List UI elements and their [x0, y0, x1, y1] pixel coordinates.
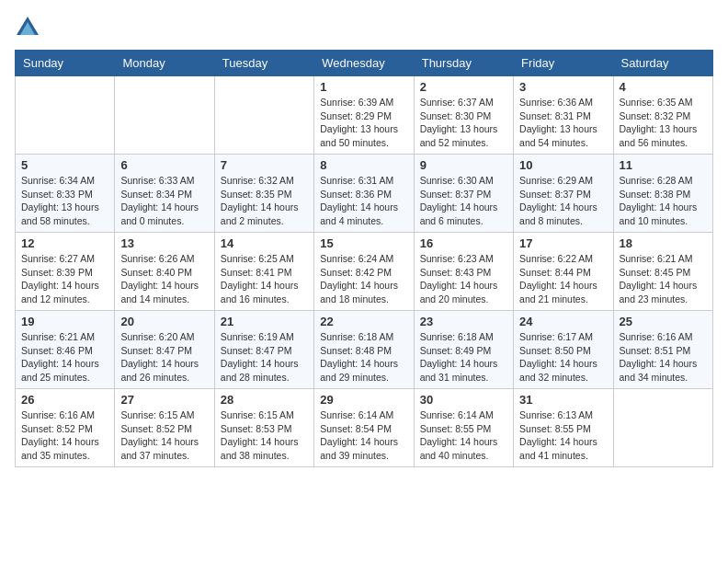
day-number: 13 — [120, 236, 208, 250]
day-number: 19 — [21, 315, 108, 328]
calendar-cell: 24Sunrise: 6:17 AMSunset: 8:50 PMDayligh… — [514, 311, 613, 389]
calendar-cell: 21Sunrise: 6:19 AMSunset: 8:47 PMDayligh… — [214, 311, 313, 389]
day-number: 24 — [519, 315, 607, 328]
day-number: 25 — [620, 315, 707, 328]
day-number: 11 — [620, 158, 707, 172]
calendar-cell: 28Sunrise: 6:15 AMSunset: 8:53 PMDayligh… — [214, 389, 313, 467]
calendar-cell — [613, 389, 712, 467]
day-info: Sunrise: 6:16 AMSunset: 8:51 PMDaylight:… — [620, 330, 707, 385]
calendar-cell: 10Sunrise: 6:29 AMSunset: 8:37 PMDayligh… — [514, 155, 613, 233]
day-number: 16 — [420, 236, 507, 250]
day-info: Sunrise: 6:25 AMSunset: 8:41 PMDaylight:… — [221, 252, 308, 306]
day-info: Sunrise: 6:18 AMSunset: 8:48 PMDaylight:… — [320, 330, 407, 385]
column-header-wednesday: Wednesday — [314, 51, 414, 76]
day-info: Sunrise: 6:36 AMSunset: 8:31 PMDaylight:… — [519, 96, 607, 150]
column-header-saturday: Saturday — [613, 51, 712, 76]
day-number: 18 — [620, 236, 707, 250]
day-info: Sunrise: 6:19 AMSunset: 8:47 PMDaylight:… — [221, 330, 308, 385]
day-info: Sunrise: 6:16 AMSunset: 8:52 PMDaylight:… — [21, 408, 108, 463]
day-number: 7 — [221, 158, 308, 172]
calendar-week-4: 19Sunrise: 6:21 AMSunset: 8:46 PMDayligh… — [16, 311, 713, 389]
day-number: 10 — [519, 158, 607, 172]
day-info: Sunrise: 6:20 AMSunset: 8:47 PMDaylight:… — [120, 330, 208, 385]
column-header-thursday: Thursday — [414, 51, 513, 76]
day-number: 26 — [21, 393, 108, 407]
day-number: 22 — [320, 315, 407, 328]
calendar-cell: 19Sunrise: 6:21 AMSunset: 8:46 PMDayligh… — [16, 311, 115, 389]
calendar-cell: 22Sunrise: 6:18 AMSunset: 8:48 PMDayligh… — [314, 311, 414, 389]
day-info: Sunrise: 6:37 AMSunset: 8:30 PMDaylight:… — [420, 96, 507, 150]
column-header-sunday: Sunday — [16, 51, 115, 76]
day-number: 4 — [620, 80, 707, 94]
column-header-friday: Friday — [514, 51, 613, 76]
day-number: 14 — [221, 236, 308, 250]
day-info: Sunrise: 6:34 AMSunset: 8:33 PMDaylight:… — [21, 174, 108, 228]
day-number: 23 — [420, 315, 507, 328]
calendar-cell: 5Sunrise: 6:34 AMSunset: 8:33 PMDaylight… — [16, 155, 115, 233]
day-number: 31 — [519, 393, 607, 407]
day-number: 1 — [320, 80, 407, 94]
calendar-cell: 12Sunrise: 6:27 AMSunset: 8:39 PMDayligh… — [16, 233, 115, 311]
calendar-header-row: SundayMondayTuesdayWednesdayThursdayFrid… — [16, 51, 713, 76]
calendar-cell: 2Sunrise: 6:37 AMSunset: 8:30 PMDaylight… — [414, 76, 513, 155]
day-info: Sunrise: 6:15 AMSunset: 8:52 PMDaylight:… — [120, 408, 208, 463]
calendar-cell: 6Sunrise: 6:33 AMSunset: 8:34 PMDaylight… — [115, 155, 214, 233]
day-info: Sunrise: 6:18 AMSunset: 8:49 PMDaylight:… — [420, 330, 507, 385]
logo-icon — [15, 15, 40, 40]
calendar-week-3: 12Sunrise: 6:27 AMSunset: 8:39 PMDayligh… — [16, 233, 713, 311]
day-info: Sunrise: 6:32 AMSunset: 8:35 PMDaylight:… — [221, 174, 308, 228]
day-info: Sunrise: 6:13 AMSunset: 8:55 PMDaylight:… — [519, 408, 607, 463]
calendar-cell: 4Sunrise: 6:35 AMSunset: 8:32 PMDaylight… — [613, 76, 712, 155]
day-number: 15 — [320, 236, 407, 250]
calendar-cell: 9Sunrise: 6:30 AMSunset: 8:37 PMDaylight… — [414, 155, 513, 233]
day-number: 12 — [21, 236, 108, 250]
day-info: Sunrise: 6:15 AMSunset: 8:53 PMDaylight:… — [221, 408, 308, 463]
day-info: Sunrise: 6:29 AMSunset: 8:37 PMDaylight:… — [519, 174, 607, 228]
calendar-cell: 13Sunrise: 6:26 AMSunset: 8:40 PMDayligh… — [115, 233, 214, 311]
day-number: 20 — [120, 315, 208, 328]
day-info: Sunrise: 6:21 AMSunset: 8:46 PMDaylight:… — [21, 330, 108, 385]
calendar-cell — [115, 76, 214, 155]
day-info: Sunrise: 6:27 AMSunset: 8:39 PMDaylight:… — [21, 252, 108, 306]
calendar-cell: 3Sunrise: 6:36 AMSunset: 8:31 PMDaylight… — [514, 76, 613, 155]
day-info: Sunrise: 6:28 AMSunset: 8:38 PMDaylight:… — [620, 174, 707, 228]
day-number: 9 — [420, 158, 507, 172]
day-info: Sunrise: 6:39 AMSunset: 8:29 PMDaylight:… — [320, 96, 407, 150]
calendar: SundayMondayTuesdayWednesdayThursdayFrid… — [15, 50, 713, 467]
day-number: 21 — [221, 315, 308, 328]
day-info: Sunrise: 6:33 AMSunset: 8:34 PMDaylight:… — [120, 174, 208, 228]
day-number: 17 — [519, 236, 607, 250]
day-number: 30 — [420, 393, 507, 407]
day-info: Sunrise: 6:14 AMSunset: 8:55 PMDaylight:… — [420, 408, 507, 463]
column-header-monday: Monday — [115, 51, 214, 76]
calendar-cell: 29Sunrise: 6:14 AMSunset: 8:54 PMDayligh… — [314, 389, 414, 467]
day-number: 6 — [120, 158, 208, 172]
day-info: Sunrise: 6:30 AMSunset: 8:37 PMDaylight:… — [420, 174, 507, 228]
day-info: Sunrise: 6:35 AMSunset: 8:32 PMDaylight:… — [620, 96, 707, 150]
day-number: 2 — [420, 80, 507, 94]
day-number: 3 — [519, 80, 607, 94]
day-info: Sunrise: 6:17 AMSunset: 8:50 PMDaylight:… — [519, 330, 607, 385]
day-info: Sunrise: 6:21 AMSunset: 8:45 PMDaylight:… — [620, 252, 707, 306]
page-header — [15, 15, 713, 40]
day-info: Sunrise: 6:22 AMSunset: 8:44 PMDaylight:… — [519, 252, 607, 306]
day-info: Sunrise: 6:23 AMSunset: 8:43 PMDaylight:… — [420, 252, 507, 306]
calendar-cell: 1Sunrise: 6:39 AMSunset: 8:29 PMDaylight… — [314, 76, 414, 155]
calendar-cell: 25Sunrise: 6:16 AMSunset: 8:51 PMDayligh… — [613, 311, 712, 389]
day-info: Sunrise: 6:31 AMSunset: 8:36 PMDaylight:… — [320, 174, 407, 228]
calendar-cell: 7Sunrise: 6:32 AMSunset: 8:35 PMDaylight… — [214, 155, 313, 233]
calendar-cell: 20Sunrise: 6:20 AMSunset: 8:47 PMDayligh… — [115, 311, 214, 389]
calendar-cell: 14Sunrise: 6:25 AMSunset: 8:41 PMDayligh… — [214, 233, 313, 311]
calendar-week-5: 26Sunrise: 6:16 AMSunset: 8:52 PMDayligh… — [16, 389, 713, 467]
calendar-cell: 18Sunrise: 6:21 AMSunset: 8:45 PMDayligh… — [613, 233, 712, 311]
day-number: 8 — [320, 158, 407, 172]
calendar-cell: 16Sunrise: 6:23 AMSunset: 8:43 PMDayligh… — [414, 233, 513, 311]
day-info: Sunrise: 6:14 AMSunset: 8:54 PMDaylight:… — [320, 408, 407, 463]
calendar-cell: 27Sunrise: 6:15 AMSunset: 8:52 PMDayligh… — [115, 389, 214, 467]
column-header-tuesday: Tuesday — [214, 51, 313, 76]
calendar-week-2: 5Sunrise: 6:34 AMSunset: 8:33 PMDaylight… — [16, 155, 713, 233]
day-number: 27 — [120, 393, 208, 407]
calendar-cell: 31Sunrise: 6:13 AMSunset: 8:55 PMDayligh… — [514, 389, 613, 467]
calendar-cell: 30Sunrise: 6:14 AMSunset: 8:55 PMDayligh… — [414, 389, 513, 467]
day-info: Sunrise: 6:24 AMSunset: 8:42 PMDaylight:… — [320, 252, 407, 306]
